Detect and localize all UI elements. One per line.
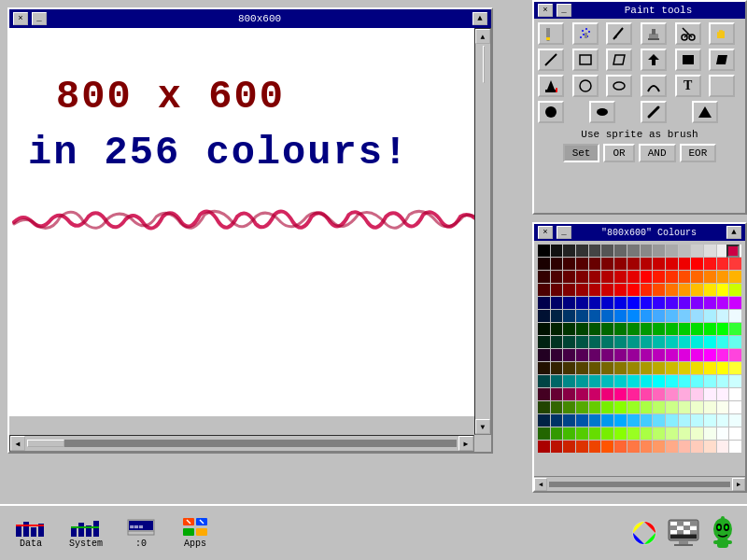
color-cell[interactable] [538, 336, 550, 348]
color-cell[interactable] [653, 323, 665, 335]
color-cell[interactable] [589, 414, 601, 427]
color-cell[interactable] [691, 349, 703, 361]
color-cell[interactable] [551, 271, 563, 283]
color-cell[interactable] [679, 323, 691, 335]
canvas-minimize-btn[interactable]: _ [32, 12, 47, 25]
color-cell[interactable] [538, 323, 550, 335]
color-cell[interactable] [538, 258, 550, 270]
color-cell[interactable] [589, 271, 601, 283]
color-cell[interactable] [666, 427, 678, 440]
color-cell[interactable] [641, 336, 653, 348]
color-cell[interactable] [717, 297, 729, 309]
taskbar-apps[interactable]: Apps [172, 514, 218, 553]
line-tool[interactable] [538, 49, 564, 71]
color-cell[interactable] [601, 310, 613, 322]
color-cell[interactable] [704, 310, 716, 322]
color-cell[interactable] [614, 401, 627, 413]
color-cell[interactable] [679, 258, 691, 270]
canvas-resize-btn[interactable]: ▲ [472, 12, 487, 25]
color-cell[interactable] [729, 271, 741, 283]
color-cell[interactable] [653, 441, 665, 453]
color-cell[interactable] [704, 375, 716, 387]
color-cell[interactable] [653, 401, 665, 413]
color-cell[interactable] [641, 401, 653, 413]
color-cell[interactable] [538, 401, 550, 413]
color-cell[interactable] [538, 297, 550, 309]
color-cell[interactable] [614, 310, 627, 322]
filled-triangle-tool[interactable] [692, 101, 718, 123]
color-cell[interactable] [627, 441, 640, 453]
color-cell[interactable] [601, 297, 613, 309]
color-cell[interactable] [653, 414, 665, 427]
color-cell[interactable] [704, 297, 716, 309]
color-wheel-icon[interactable] [627, 516, 661, 550]
arrow-tool[interactable] [641, 49, 667, 71]
taskbar-system[interactable]: System [62, 514, 110, 553]
color-cell[interactable] [717, 284, 729, 296]
color-cell[interactable] [563, 362, 575, 374]
color-cell[interactable] [666, 284, 678, 296]
color-cell[interactable] [589, 336, 601, 348]
color-cell[interactable] [729, 336, 741, 348]
color-cell[interactable] [679, 362, 691, 374]
color-cell[interactable] [614, 388, 627, 400]
color-cell[interactable] [614, 297, 627, 309]
color-cell[interactable] [641, 245, 653, 257]
color-cell[interactable] [614, 323, 627, 335]
color-cell[interactable] [589, 388, 601, 400]
color-cell[interactable] [589, 427, 601, 440]
color-cell[interactable] [614, 271, 627, 283]
color-cell[interactable] [563, 336, 575, 348]
color-cell[interactable] [666, 310, 678, 322]
color-cell[interactable] [627, 336, 640, 348]
color-cell[interactable] [563, 297, 575, 309]
color-cell[interactable] [627, 245, 640, 257]
color-cell[interactable] [641, 271, 653, 283]
pen-tool[interactable] [606, 22, 632, 45]
color-cell[interactable] [679, 388, 691, 400]
color-cell[interactable] [589, 297, 601, 309]
color-cell[interactable] [627, 375, 640, 387]
mode-and-btn[interactable]: AND [639, 144, 676, 162]
color-cell[interactable] [729, 375, 741, 387]
color-cell[interactable] [653, 388, 665, 400]
color-cell[interactable] [704, 414, 716, 427]
color-cell[interactable] [538, 284, 550, 296]
color-cell[interactable] [589, 401, 601, 413]
color-cell[interactable] [717, 349, 729, 361]
color-cell[interactable] [717, 336, 729, 348]
color-cell[interactable] [551, 375, 563, 387]
color-cell[interactable] [679, 271, 691, 283]
color-cell[interactable] [641, 297, 653, 309]
color-cell[interactable] [576, 427, 588, 440]
color-cell[interactable] [691, 336, 703, 348]
color-cell[interactable] [691, 388, 703, 400]
color-cell[interactable] [563, 323, 575, 335]
filled-para-tool[interactable] [709, 49, 735, 71]
color-cell[interactable] [538, 349, 550, 361]
color-cell[interactable] [641, 414, 653, 427]
color-cell[interactable] [729, 323, 741, 335]
color-cell[interactable] [563, 310, 575, 322]
mode-or-btn[interactable]: OR [603, 144, 634, 162]
blank-tool[interactable] [709, 75, 735, 97]
color-cell[interactable] [691, 375, 703, 387]
color-cell[interactable] [627, 362, 640, 374]
stamp-tool[interactable] [641, 22, 667, 45]
color-cell[interactable] [538, 362, 550, 374]
curve-tool[interactable] [641, 75, 667, 97]
monitor-icon[interactable] [667, 516, 700, 550]
color-cell[interactable] [729, 414, 741, 427]
color-cell[interactable] [641, 349, 653, 361]
color-cell[interactable] [576, 297, 588, 309]
parallelogram-tool[interactable] [606, 49, 632, 71]
color-cell[interactable] [589, 284, 601, 296]
paint-tools-collapse-btn[interactable]: × [538, 4, 553, 17]
color-cell[interactable] [704, 245, 716, 257]
color-cell[interactable] [589, 245, 601, 257]
color-cell[interactable] [538, 271, 550, 283]
color-cell[interactable] [653, 297, 665, 309]
color-cell[interactable] [576, 349, 588, 361]
color-cell[interactable] [601, 336, 613, 348]
color-cell[interactable] [538, 441, 550, 453]
